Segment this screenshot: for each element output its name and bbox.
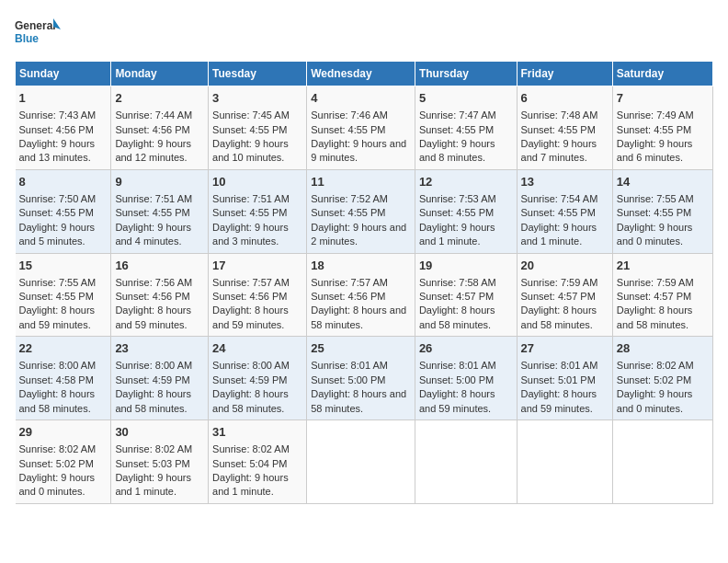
sunset-label: Sunset: 4:55 PM [212, 124, 287, 135]
daylight-label: Daylight: 8 hours and 58 minutes. [419, 304, 495, 329]
sunrise-label: Sunrise: 7:56 AM [115, 277, 192, 288]
daylight-label: Daylight: 8 hours and 59 minutes. [115, 304, 191, 329]
sunrise-label: Sunrise: 7:59 AM [617, 277, 694, 288]
calendar-cell: 21Sunrise: 7:59 AMSunset: 4:57 PMDayligh… [612, 253, 712, 337]
day-number: 4 [311, 90, 411, 107]
header-day-wednesday: Wednesday [307, 62, 415, 86]
daylight-label: Daylight: 9 hours and 8 minutes. [419, 138, 495, 163]
day-number: 9 [115, 174, 204, 190]
day-number: 1 [19, 90, 108, 107]
sunrise-label: Sunrise: 7:55 AM [617, 193, 694, 204]
day-number: 2 [115, 90, 204, 107]
calendar-week-row: 22Sunrise: 8:00 AMSunset: 4:58 PMDayligh… [16, 337, 713, 420]
day-number: 29 [19, 424, 108, 441]
day-number: 21 [617, 258, 709, 274]
calendar-cell: 9Sunrise: 7:51 AMSunset: 4:55 PMDaylight… [111, 169, 209, 253]
sunset-label: Sunset: 5:01 PM [521, 374, 596, 385]
day-number: 26 [419, 340, 513, 357]
daylight-label: Daylight: 8 hours and 58 minutes. [311, 304, 406, 329]
sunrise-label: Sunrise: 7:46 AM [311, 109, 388, 121]
sunrise-label: Sunrise: 7:51 AM [212, 193, 290, 204]
sunrise-label: Sunrise: 8:02 AM [19, 443, 97, 454]
calendar-cell: 5Sunrise: 7:47 AMSunset: 4:55 PMDaylight… [415, 86, 517, 170]
calendar-cell: 10Sunrise: 7:51 AMSunset: 4:55 PMDayligh… [209, 169, 307, 253]
sunrise-label: Sunrise: 7:52 AM [311, 193, 388, 204]
calendar-cell: 15Sunrise: 7:55 AMSunset: 4:55 PMDayligh… [16, 253, 111, 337]
calendar-cell: 23Sunrise: 8:00 AMSunset: 4:59 PMDayligh… [111, 337, 209, 420]
calendar-cell: 7Sunrise: 7:49 AMSunset: 4:55 PMDaylight… [612, 86, 712, 170]
calendar-table: SundayMondayTuesdayWednesdayThursdayFrid… [15, 61, 713, 504]
sunrise-label: Sunrise: 7:49 AM [617, 109, 694, 121]
day-number: 8 [19, 174, 108, 190]
sunrise-label: Sunrise: 7:45 AM [212, 109, 290, 121]
sunset-label: Sunset: 4:56 PM [19, 124, 94, 135]
daylight-label: Daylight: 8 hours and 59 minutes. [212, 304, 289, 329]
sunset-label: Sunset: 4:56 PM [115, 124, 189, 135]
calendar-cell: 14Sunrise: 7:55 AMSunset: 4:55 PMDayligh… [612, 169, 712, 253]
daylight-label: Daylight: 9 hours and 0 minutes. [617, 222, 693, 247]
sunrise-label: Sunrise: 7:53 AM [419, 193, 496, 204]
header-day-thursday: Thursday [415, 62, 517, 86]
sunset-label: Sunset: 4:56 PM [212, 291, 287, 302]
calendar-cell: 17Sunrise: 7:57 AMSunset: 4:56 PMDayligh… [209, 253, 307, 337]
calendar-cell: 16Sunrise: 7:56 AMSunset: 4:56 PMDayligh… [111, 253, 209, 337]
sunrise-label: Sunrise: 8:01 AM [521, 360, 598, 371]
daylight-label: Daylight: 9 hours and 2 minutes. [311, 222, 406, 247]
page-header: General Blue [15, 15, 713, 52]
sunrise-label: Sunrise: 7:59 AM [521, 277, 598, 288]
sunset-label: Sunset: 4:55 PM [212, 207, 287, 218]
logo-svg: General Blue [15, 15, 61, 52]
day-number: 31 [212, 424, 302, 441]
daylight-label: Daylight: 9 hours and 9 minutes. [311, 138, 406, 163]
daylight-label: Daylight: 8 hours and 58 minutes. [115, 388, 191, 413]
daylight-label: Daylight: 9 hours and 13 minutes. [19, 138, 96, 163]
daylight-label: Daylight: 8 hours and 58 minutes. [311, 388, 406, 413]
calendar-cell: 4Sunrise: 7:46 AMSunset: 4:55 PMDaylight… [307, 86, 415, 170]
sunset-label: Sunset: 5:02 PM [19, 458, 94, 469]
sunset-label: Sunset: 4:57 PM [521, 291, 596, 302]
sunset-label: Sunset: 4:59 PM [115, 374, 189, 385]
sunrise-label: Sunrise: 8:00 AM [115, 360, 192, 371]
day-number: 27 [521, 340, 609, 357]
day-number: 23 [115, 340, 204, 357]
sunset-label: Sunset: 4:58 PM [19, 374, 94, 385]
sunset-label: Sunset: 5:03 PM [115, 458, 189, 469]
calendar-cell: 6Sunrise: 7:48 AMSunset: 4:55 PMDaylight… [517, 86, 612, 170]
daylight-label: Daylight: 8 hours and 59 minutes. [419, 388, 495, 413]
sunset-label: Sunset: 4:55 PM [19, 291, 94, 302]
sunset-label: Sunset: 4:59 PM [212, 374, 287, 385]
day-number: 30 [115, 424, 204, 441]
daylight-label: Daylight: 9 hours and 1 minute. [115, 472, 191, 497]
daylight-label: Daylight: 8 hours and 58 minutes. [617, 304, 693, 329]
day-number: 11 [311, 174, 411, 190]
sunset-label: Sunset: 5:02 PM [617, 374, 691, 385]
day-number: 28 [617, 340, 709, 357]
header-day-monday: Monday [111, 62, 209, 86]
calendar-cell: 27Sunrise: 8:01 AMSunset: 5:01 PMDayligh… [517, 337, 612, 420]
sunset-label: Sunset: 4:57 PM [617, 291, 691, 302]
sunset-label: Sunset: 4:56 PM [311, 291, 385, 302]
day-number: 18 [311, 258, 411, 274]
daylight-label: Daylight: 9 hours and 5 minutes. [19, 222, 96, 247]
calendar-cell: 19Sunrise: 7:58 AMSunset: 4:57 PMDayligh… [415, 253, 517, 337]
header-day-friday: Friday [517, 62, 612, 86]
header-day-saturday: Saturday [612, 62, 712, 86]
calendar-cell: 13Sunrise: 7:54 AMSunset: 4:55 PMDayligh… [517, 169, 612, 253]
sunrise-label: Sunrise: 7:58 AM [419, 277, 496, 288]
sunrise-label: Sunrise: 8:00 AM [19, 360, 97, 371]
calendar-cell: 31Sunrise: 8:02 AMSunset: 5:04 PMDayligh… [209, 420, 307, 504]
sunrise-label: Sunrise: 7:47 AM [419, 109, 496, 121]
day-number: 15 [19, 258, 108, 274]
sunrise-label: Sunrise: 7:50 AM [19, 193, 97, 204]
sunrise-label: Sunrise: 7:57 AM [212, 277, 290, 288]
day-number: 7 [617, 90, 709, 107]
calendar-cell: 18Sunrise: 7:57 AMSunset: 4:56 PMDayligh… [307, 253, 415, 337]
sunset-label: Sunset: 4:55 PM [19, 207, 94, 218]
sunset-label: Sunset: 5:00 PM [311, 374, 385, 385]
calendar-week-row: 1Sunrise: 7:43 AMSunset: 4:56 PMDaylight… [16, 86, 713, 170]
daylight-label: Daylight: 9 hours and 1 minute. [212, 472, 289, 497]
daylight-label: Daylight: 9 hours and 1 minute. [419, 222, 495, 247]
sunset-label: Sunset: 4:55 PM [617, 207, 691, 218]
sunset-label: Sunset: 4:55 PM [311, 124, 385, 135]
svg-text:Blue: Blue [15, 32, 39, 45]
